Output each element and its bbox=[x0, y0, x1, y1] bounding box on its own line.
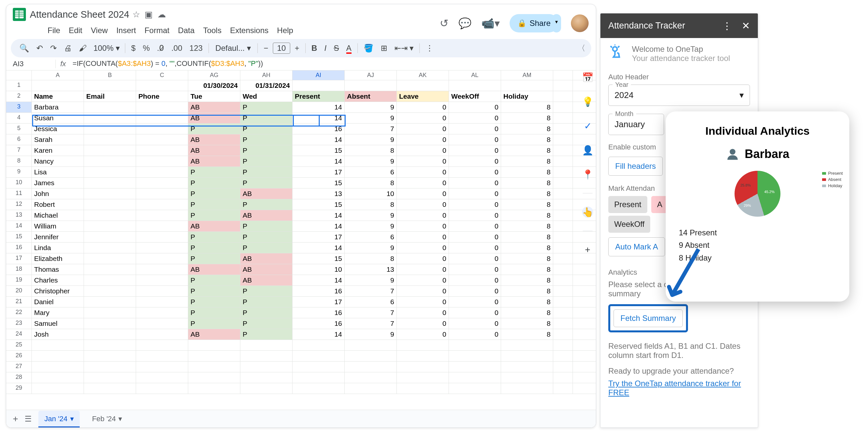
cell-AM2[interactable]: Holiday bbox=[501, 91, 553, 102]
row-header-7[interactable]: 7 bbox=[6, 145, 32, 156]
menu-insert[interactable]: Insert bbox=[113, 25, 140, 36]
cell-AG11[interactable]: P bbox=[188, 189, 240, 199]
cell-B17[interactable] bbox=[84, 254, 136, 264]
cell-A23[interactable]: Samuel bbox=[32, 318, 84, 329]
cell-AM27[interactable] bbox=[501, 362, 553, 372]
cell-A21[interactable]: Daniel bbox=[32, 297, 84, 307]
cell-AG16[interactable]: P bbox=[188, 242, 240, 253]
cell-AM9[interactable]: 8 bbox=[501, 167, 553, 177]
cell-C7[interactable] bbox=[136, 145, 188, 156]
cell-AL25[interactable] bbox=[449, 340, 501, 351]
cell-AK8[interactable]: 0 bbox=[397, 156, 449, 167]
cell-AG9[interactable]: P bbox=[188, 167, 240, 177]
sheet-tab-jan[interactable]: Jan '24 ▾ bbox=[38, 411, 80, 427]
cell-C29[interactable] bbox=[136, 383, 188, 394]
cell-A14[interactable]: William bbox=[32, 221, 84, 231]
cell-B15[interactable] bbox=[84, 232, 136, 242]
cell-AL15[interactable]: 0 bbox=[449, 232, 501, 242]
menu-help[interactable]: Help bbox=[274, 25, 297, 36]
col-header-B[interactable]: B bbox=[84, 70, 136, 80]
cell-AM8[interactable]: 8 bbox=[501, 156, 553, 167]
cell-AI12[interactable]: 15 bbox=[292, 199, 345, 210]
cell-A1[interactable] bbox=[32, 80, 84, 91]
cell-A15[interactable]: Jennifer bbox=[32, 232, 84, 242]
cell-AL10[interactable]: 0 bbox=[449, 178, 501, 188]
row-header-27[interactable]: 27 bbox=[6, 362, 32, 372]
cell-AG21[interactable]: P bbox=[188, 297, 240, 307]
cell-A24[interactable]: Josh bbox=[32, 329, 84, 340]
cell-C2[interactable]: Phone bbox=[136, 91, 188, 102]
cell-AK18[interactable]: 0 bbox=[397, 264, 449, 275]
cell-AI10[interactable]: 15 bbox=[292, 178, 345, 188]
cell-C13[interactable] bbox=[136, 210, 188, 221]
cell-AL3[interactable]: 0 bbox=[449, 102, 501, 112]
cell-AK15[interactable]: 0 bbox=[397, 232, 449, 242]
col-header-C[interactable]: C bbox=[136, 70, 188, 80]
cell-AL12[interactable]: 0 bbox=[449, 199, 501, 210]
cell-AH6[interactable]: P bbox=[240, 134, 292, 145]
sheet-tab-feb[interactable]: Feb '24 ▾ bbox=[86, 411, 128, 427]
cell-A8[interactable]: Nancy bbox=[32, 156, 84, 167]
cell-A4[interactable]: Susan bbox=[32, 113, 84, 123]
cell-A11[interactable]: John bbox=[32, 189, 84, 199]
cell-AM26[interactable] bbox=[501, 351, 553, 361]
row-header-10[interactable]: 10 bbox=[6, 178, 32, 188]
cell-B3[interactable] bbox=[84, 102, 136, 112]
cell-C3[interactable] bbox=[136, 102, 188, 112]
cell-AL8[interactable]: 0 bbox=[449, 156, 501, 167]
cell-AL22[interactable]: 0 bbox=[449, 307, 501, 318]
cell-AM10[interactable]: 8 bbox=[501, 178, 553, 188]
more-vert-icon[interactable]: ⋮ bbox=[722, 20, 732, 31]
cell-C18[interactable] bbox=[136, 264, 188, 275]
cell-AI23[interactable]: 16 bbox=[292, 318, 345, 329]
merge-icon[interactable]: ⇤⇥ ▾ bbox=[392, 42, 416, 55]
cell-C17[interactable] bbox=[136, 254, 188, 264]
cell-AH13[interactable]: AB bbox=[240, 210, 292, 221]
cell-AI27[interactable] bbox=[292, 362, 345, 372]
cell-AJ10[interactable]: 8 bbox=[345, 178, 397, 188]
cell-AJ1[interactable] bbox=[345, 80, 397, 91]
menu-tools[interactable]: Tools bbox=[200, 25, 225, 36]
cell-AH25[interactable] bbox=[240, 340, 292, 351]
cell-B6[interactable] bbox=[84, 134, 136, 145]
percent-icon[interactable]: % bbox=[140, 42, 152, 55]
row-header-22[interactable]: 22 bbox=[6, 307, 32, 318]
cell-B29[interactable] bbox=[84, 383, 136, 394]
fill-headers-button[interactable]: Fill headers bbox=[608, 157, 663, 176]
cell-B18[interactable] bbox=[84, 264, 136, 275]
cell-AH10[interactable]: P bbox=[240, 178, 292, 188]
cell-C25[interactable] bbox=[136, 340, 188, 351]
strikethrough-icon[interactable]: S bbox=[331, 42, 342, 55]
cell-B14[interactable] bbox=[84, 221, 136, 231]
bold-icon[interactable]: B bbox=[309, 42, 320, 55]
cell-AH20[interactable]: P bbox=[240, 286, 292, 296]
meet-icon[interactable]: 📹▾ bbox=[482, 17, 500, 30]
row-header-20[interactable]: 20 bbox=[6, 286, 32, 296]
cell-AI19[interactable]: 14 bbox=[292, 275, 345, 286]
cell-C16[interactable] bbox=[136, 242, 188, 253]
cell-AI15[interactable]: 17 bbox=[292, 232, 345, 242]
cell-AJ11[interactable]: 10 bbox=[345, 189, 397, 199]
cell-AI20[interactable]: 16 bbox=[292, 286, 345, 296]
cell-AG18[interactable]: AB bbox=[188, 264, 240, 275]
print-icon[interactable]: 🖨 bbox=[61, 42, 74, 55]
cell-AI18[interactable]: 10 bbox=[292, 264, 345, 275]
cell-A9[interactable]: Lisa bbox=[32, 167, 84, 177]
cell-AK22[interactable]: 0 bbox=[397, 307, 449, 318]
cell-AI4[interactable]: 14 bbox=[292, 113, 345, 123]
cell-AL18[interactable]: 0 bbox=[449, 264, 501, 275]
cell-B23[interactable] bbox=[84, 318, 136, 329]
cell-AI11[interactable]: 13 bbox=[292, 189, 345, 199]
cell-C23[interactable] bbox=[136, 318, 188, 329]
cell-AG6[interactable]: AB bbox=[188, 134, 240, 145]
cell-B7[interactable] bbox=[84, 145, 136, 156]
move-icon[interactable]: ▣ bbox=[145, 9, 153, 20]
cell-AJ22[interactable]: 7 bbox=[345, 307, 397, 318]
row-header-12[interactable]: 12 bbox=[6, 199, 32, 210]
cell-AK28[interactable] bbox=[397, 372, 449, 383]
cell-AM25[interactable] bbox=[501, 340, 553, 351]
cell-AK2[interactable]: Leave bbox=[397, 91, 449, 102]
cell-C11[interactable] bbox=[136, 189, 188, 199]
cell-AH22[interactable]: P bbox=[240, 307, 292, 318]
keep-icon[interactable]: 💡 bbox=[582, 96, 593, 107]
